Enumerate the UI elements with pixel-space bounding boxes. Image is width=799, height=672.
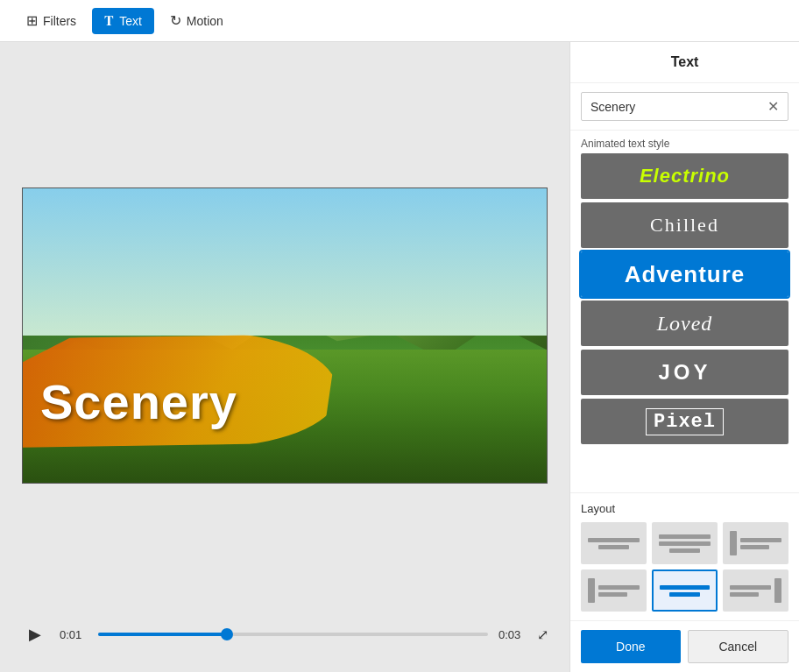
lp-bar [588,538,639,542]
filters-icon: ⊞ [26,12,38,29]
text-label: Text [119,14,142,28]
lp-line-6b [730,592,758,597]
style-joy-label: JOY [658,360,711,385]
toolbar: ⊞ Filters 𝐓 Text ↻ Motion [0,0,799,42]
style-item-electro[interactable]: Electrino [581,153,788,199]
style-adventure-label: Adventure [625,261,746,288]
right-panel: Text ✕ Animated text style Electrino Chi… [569,42,799,672]
search-input[interactable] [590,100,767,114]
total-time: 0:03 [498,628,527,641]
style-list: Electrino Chilled Adventure Loved JOY Pi… [570,153,799,492]
motion-button[interactable]: ↻ Motion [158,7,236,34]
expand-button[interactable]: ⤢ [537,626,548,643]
animated-style-label: Animated text style [570,131,799,153]
lp-side [730,531,737,555]
lp-line-a [740,538,781,542]
panel-title: Text [671,54,699,70]
current-time: 0:01 [60,628,88,641]
progress-fill [98,633,227,636]
lp-line-4a [598,585,639,590]
style-pixel-label: Pixel [646,408,724,435]
lp-line-4b [598,592,626,597]
clear-icon: ✕ [767,98,779,115]
motion-icon: ↻ [170,12,181,29]
layout-grid [581,522,788,612]
done-button[interactable]: Done [581,630,681,663]
panel-header: Text [570,42,799,83]
layout-item-3[interactable] [723,522,788,564]
lp-lines [740,538,781,549]
style-chilled-label: Chilled [650,214,719,237]
layout-item-4[interactable] [581,569,647,612]
layout-preview-6 [730,578,781,603]
layout-preview-5 [660,585,710,597]
layout-preview-3 [730,531,781,555]
play-button[interactable]: ▶ [21,620,49,648]
style-loved-label: Loved [657,312,713,336]
lp-side-6 [774,578,781,603]
layout-label: Layout [581,502,788,515]
video-controls: ▶ 0:01 0:03 ⤢ [21,607,548,651]
lp-bar-2b [659,541,710,546]
layout-item-1[interactable] [581,522,647,564]
lp-bar-2c [669,548,700,553]
text-button[interactable]: 𝐓 Text [92,8,154,34]
lp-bar-5a [660,585,710,590]
search-container: ✕ [570,83,799,131]
layout-preview-4 [588,578,639,603]
progress-bar[interactable] [98,633,488,636]
style-item-pixel[interactable]: Pixel [581,399,788,444]
lp-bar-short [598,545,629,549]
lp-line-6a [730,585,770,590]
style-item-loved[interactable]: Loved [581,301,788,346]
layout-section: Layout [570,492,799,620]
clear-search-button[interactable]: ✕ [767,98,779,115]
layout-item-6[interactable] [723,569,788,612]
search-box: ✕ [581,92,788,121]
progress-thumb[interactable] [221,628,233,640]
video-area: Scenery ▶ 0:01 0:03 ⤢ [0,42,569,672]
cancel-button[interactable]: Cancel [688,630,789,663]
style-item-chilled[interactable]: Chilled [581,202,788,248]
style-item-joy[interactable]: JOY [581,350,788,395]
video-player: Scenery [22,187,548,484]
lp-lines-6 [730,585,770,597]
sky-bg [23,188,547,336]
filters-button[interactable]: ⊞ Filters [14,7,88,34]
style-item-adventure[interactable]: Adventure [581,251,788,297]
video-background: Scenery [23,188,547,483]
lp-lines-4 [598,585,639,597]
filters-label: Filters [43,14,76,28]
lp-side-4 [588,578,595,603]
lp-line-b [740,545,768,549]
expand-icon: ⤢ [537,627,548,642]
bottom-buttons: Done Cancel [570,620,799,672]
video-container: Scenery [21,63,548,607]
layout-item-2[interactable] [652,522,718,564]
play-icon: ▶ [29,625,41,644]
layout-preview-1 [588,538,639,549]
layout-item-5[interactable] [652,569,718,612]
lp-bar-5b [669,592,699,597]
motion-label: Motion [187,14,223,28]
video-overlay-text: Scenery [40,373,237,430]
text-icon: 𝐓 [104,13,114,29]
layout-preview-2 [659,534,710,553]
style-electro-label: Electrino [640,165,730,187]
main-content: Scenery ▶ 0:01 0:03 ⤢ Text [0,42,799,672]
lp-bar-2a [659,534,710,539]
